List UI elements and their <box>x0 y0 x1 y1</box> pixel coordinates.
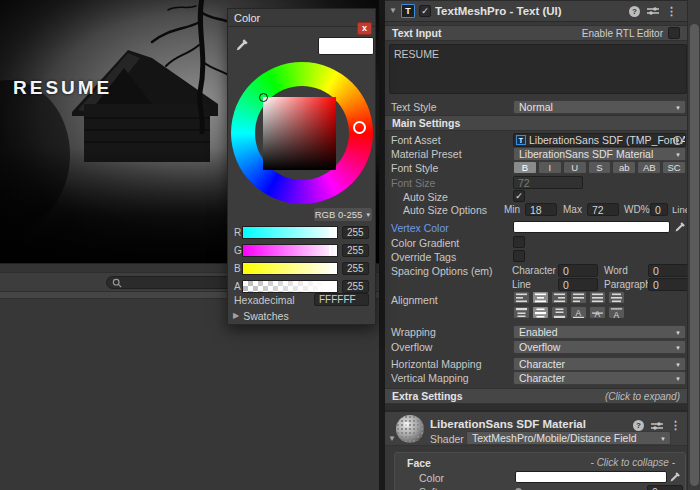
object-picker-icon[interactable] <box>672 135 683 146</box>
align-justify-button[interactable] <box>570 291 587 304</box>
alpha-slider[interactable] <box>242 280 338 293</box>
align-midline-button[interactable]: A <box>589 306 606 319</box>
kebab-menu-icon[interactable]: ⋮ <box>666 5 677 18</box>
help-icon[interactable]: ? <box>629 6 640 17</box>
max-label: Max <box>563 204 582 215</box>
font-asset-field[interactable]: T LiberationSans SDF (TMP_Font Asset) <box>513 133 686 147</box>
main-settings-section-header[interactable]: Main Settings <box>385 115 687 131</box>
align-capline-button[interactable]: A <box>608 306 625 319</box>
hexadecimal-field[interactable]: FFFFFF <box>314 293 369 306</box>
component-foldout-icon[interactable]: ▼ <box>389 7 397 15</box>
face-collapse-hint: - Click to collapse - <box>591 457 675 468</box>
rtl-checkbox[interactable] <box>668 27 680 39</box>
wrapping-row: Wrapping Enabled ▼ <box>385 325 700 339</box>
blue-slider-handle[interactable] <box>329 263 331 274</box>
wrapping-dropdown[interactable]: Enabled ▼ <box>513 325 686 339</box>
word-spacing-label: Word <box>604 265 628 276</box>
line-spacing-field[interactable]: 0 <box>558 278 598 291</box>
softness-value-field[interactable]: 0 <box>647 485 683 490</box>
color-picker-window: Color x RGB 0-255 ▼ R 255 G 255 B 25 <box>227 8 376 325</box>
alpha-value-field[interactable]: 255 <box>342 280 369 293</box>
paragraph-spacing-field[interactable]: 0 <box>648 278 688 291</box>
material-preset-dropdown[interactable]: LiberationSans SDF Material ▼ <box>513 147 686 161</box>
swatches-foldout[interactable]: ▶ Swatches <box>233 310 289 322</box>
horizontal-mapping-label: Horizontal Mapping <box>391 358 481 370</box>
presets-icon[interactable] <box>647 6 659 16</box>
bold-button[interactable]: B <box>513 161 537 174</box>
text-style-dropdown[interactable]: Normal ▼ <box>513 100 686 114</box>
face-color-label: Color <box>419 472 444 484</box>
align-right-button[interactable] <box>551 291 568 304</box>
eyedropper-icon[interactable] <box>674 221 686 233</box>
close-button[interactable]: x <box>357 22 372 35</box>
blue-channel-row: B 255 <box>228 262 377 275</box>
green-slider-handle[interactable] <box>329 245 331 256</box>
eyedropper-icon[interactable] <box>235 38 249 52</box>
scrollbar-thumb[interactable] <box>690 24 699 486</box>
face-panel[interactable]: Face - Click to collapse - Color Softnes… <box>394 452 686 490</box>
red-value-field[interactable]: 255 <box>342 226 369 239</box>
saturation-value-indicator[interactable] <box>259 93 268 102</box>
uppercase-button[interactable]: AB <box>637 161 661 174</box>
green-value-field[interactable]: 255 <box>342 244 369 257</box>
material-foldout-icon[interactable]: ▼ <box>388 435 396 443</box>
text-input-section-header[interactable]: Text Input Enable RTL Editor <box>385 25 687 41</box>
character-spacing-field[interactable]: 0 <box>558 264 598 277</box>
red-slider-handle[interactable] <box>329 227 331 238</box>
override-tags-checkbox[interactable] <box>513 250 525 262</box>
align-left-button[interactable] <box>513 291 530 304</box>
align-geometry-center-button[interactable] <box>608 291 625 304</box>
color-picker-titlebar[interactable]: Color <box>228 9 375 27</box>
help-icon[interactable]: ? <box>633 420 644 431</box>
wd-field[interactable]: 0 <box>650 203 668 216</box>
blue-slider[interactable] <box>242 262 338 275</box>
chevron-down-icon: ▼ <box>365 212 371 218</box>
align-center-button[interactable] <box>532 291 549 304</box>
italic-button[interactable]: I <box>538 161 562 174</box>
min-field[interactable]: 18 <box>525 203 557 216</box>
vertical-mapping-dropdown[interactable]: Character ▼ <box>513 371 686 385</box>
shader-dropdown[interactable]: TextMeshPro/Mobile/Distance Field ▼ <box>466 431 671 445</box>
max-field[interactable]: 72 <box>587 203 619 216</box>
font-size-field: 72 <box>513 176 583 189</box>
font-asset-label: Font Asset <box>391 134 441 146</box>
strikethrough-button[interactable]: S <box>588 161 612 174</box>
color-gradient-checkbox[interactable] <box>513 236 525 248</box>
align-flush-button[interactable] <box>589 291 606 304</box>
overflow-dropdown[interactable]: Overflow ▼ <box>513 340 686 354</box>
auto-size-checkbox[interactable]: ✓ <box>513 190 525 202</box>
align-bottom-button[interactable] <box>551 306 568 319</box>
horizontal-mapping-dropdown[interactable]: Character ▼ <box>513 357 686 371</box>
word-spacing-field[interactable]: 0 <box>648 264 688 277</box>
resume-game-text: RESUME <box>13 77 112 99</box>
kebab-menu-icon[interactable]: ⋮ <box>670 419 681 432</box>
align-middle-button[interactable] <box>532 306 549 319</box>
component-enabled-checkbox[interactable]: ✓ <box>419 5 431 17</box>
alpha-slider-handle[interactable] <box>329 281 331 292</box>
presets-icon[interactable] <box>651 421 663 431</box>
eyedropper-icon[interactable] <box>669 471 681 483</box>
color-mode-dropdown[interactable]: RGB 0-255 ▼ <box>314 208 372 221</box>
hue-indicator[interactable] <box>353 121 366 134</box>
face-color-swatch[interactable] <box>515 471 667 483</box>
red-slider[interactable] <box>242 226 338 239</box>
green-slider[interactable] <box>242 244 338 257</box>
tmp-component-header[interactable]: ▼ T ✓ TextMeshPro - Text (UI) ? ⋮ <box>385 0 687 22</box>
underline-button[interactable]: U <box>563 161 587 174</box>
align-top-button[interactable] <box>513 306 530 319</box>
lowercase-button[interactable]: ab <box>612 161 636 174</box>
auto-size-row: Auto Size ✓ <box>385 190 700 204</box>
smallcaps-button[interactable]: SC <box>662 161 686 174</box>
extra-settings-section-header[interactable]: Extra Settings (Click to expand) <box>385 388 687 404</box>
chevron-down-icon: ▼ <box>675 345 681 351</box>
vertex-color-swatch[interactable] <box>513 221 670 233</box>
component-title: TextMeshPro - Text (UI) <box>435 5 625 17</box>
align-baseline-button[interactable]: A <box>570 306 587 319</box>
override-tags-label: Override Tags <box>391 251 456 263</box>
material-component-header[interactable]: LiberationSans SDF Material ? ⋮ ▼ Shader… <box>385 411 687 446</box>
blue-value-field[interactable]: 255 <box>342 262 369 275</box>
text-input-area[interactable]: RESUME <box>389 44 687 94</box>
inspector-panel: ▼ T ✓ TextMeshPro - Text (UI) ? ⋮ Text I… <box>385 0 700 490</box>
saturation-value-square[interactable] <box>263 97 336 170</box>
inspector-scrollbar[interactable] <box>687 0 700 490</box>
